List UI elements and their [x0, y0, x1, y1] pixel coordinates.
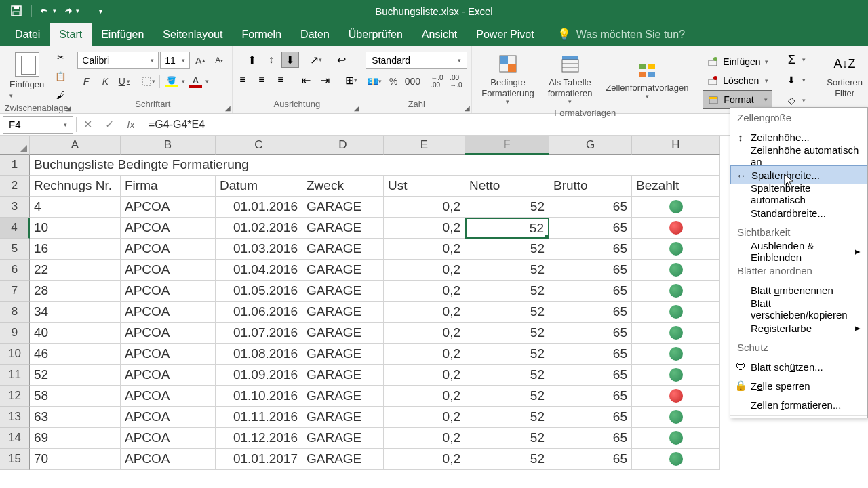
font-color-button[interactable]: A — [186, 73, 204, 89]
cell-F14[interactable]: 52 — [465, 428, 549, 449]
delete-cells-button[interactable]: Löschen▾ — [703, 71, 772, 90]
tab-einfuegen[interactable]: Einfügen — [92, 23, 153, 46]
cell-A6[interactable]: 22 — [30, 260, 121, 281]
cell-H14[interactable] — [632, 428, 720, 449]
header-cell[interactable]: Zweck — [302, 176, 384, 197]
format-painter-button[interactable]: 🖌 — [52, 87, 68, 103]
row-header-3[interactable]: 3 — [0, 197, 30, 218]
enter-formula-button[interactable]: ✓ — [98, 116, 120, 134]
tab-datei[interactable]: Datei — [5, 23, 50, 46]
align-left[interactable]: ≡ — [234, 72, 252, 88]
row-header-7[interactable]: 7 — [0, 281, 30, 302]
cell-F10[interactable]: 52 — [465, 344, 549, 365]
header-cell[interactable]: Netto — [465, 176, 549, 197]
cell-A15[interactable]: 70 — [30, 449, 121, 470]
cell-F11[interactable]: 52 — [465, 365, 549, 386]
align-middle[interactable]: ↕ — [262, 52, 280, 68]
cell-C11[interactable]: 01.09.2016 — [216, 365, 302, 386]
dropdown-item[interactable]: Standardbreite... — [730, 203, 867, 222]
bold-button[interactable]: F — [77, 73, 95, 89]
dropdown-item[interactable]: ↕Zeilenhöhe... — [730, 127, 867, 146]
header-cell[interactable]: Firma — [121, 176, 216, 197]
border-button[interactable]: ▾ — [139, 73, 157, 89]
cell-A14[interactable]: 69 — [30, 428, 121, 449]
dropdown-item[interactable]: Blatt umbenennen — [730, 281, 867, 300]
cell-C12[interactable]: 01.10.2016 — [216, 386, 302, 407]
comma-button[interactable]: 000 — [403, 73, 421, 89]
cell-E4[interactable]: 0,2 — [384, 218, 465, 239]
cell-A11[interactable]: 52 — [30, 365, 121, 386]
copy-button[interactable]: 📋 — [52, 68, 68, 84]
conditional-formatting-button[interactable]: Bedingte Formatierung▾ — [476, 49, 539, 108]
cell-D13[interactable]: GARAGE — [302, 407, 384, 428]
row-header-8[interactable]: 8 — [0, 302, 30, 323]
cell-H12[interactable] — [632, 386, 720, 407]
format-cells-button[interactable]: Format▾ — [703, 90, 772, 109]
row-header-13[interactable]: 13 — [0, 407, 30, 428]
row-header-15[interactable]: 15 — [0, 449, 30, 470]
undo-button[interactable]: ▾ — [36, 1, 58, 20]
cell-F4[interactable]: 52 — [465, 218, 549, 239]
tell-me-search[interactable]: 💡 Was möchten Sie tun? — [557, 28, 685, 46]
dropdown-item[interactable]: Blatt verschieben/kopieren — [730, 300, 867, 319]
alignment-launcher[interactable]: ◢ — [354, 104, 359, 112]
cell-E15[interactable]: 0,2 — [384, 449, 465, 470]
cell-C13[interactable]: 01.11.2016 — [216, 407, 302, 428]
cell-B8[interactable]: APCOA — [121, 302, 216, 323]
cell-G4[interactable]: 65 — [549, 218, 632, 239]
cell-C14[interactable]: 01.12.2016 — [216, 428, 302, 449]
cell-F5[interactable]: 52 — [465, 239, 549, 260]
font-name-combo[interactable]: Calibri▾ — [77, 52, 159, 69]
cell-B5[interactable]: APCOA — [121, 239, 216, 260]
cell-G9[interactable]: 65 — [549, 323, 632, 344]
underline-button[interactable]: U▾ — [115, 73, 133, 89]
cell-G12[interactable]: 65 — [549, 386, 632, 407]
cell-F6[interactable]: 52 — [465, 260, 549, 281]
cell-H3[interactable] — [632, 197, 720, 218]
cell-D3[interactable]: GARAGE — [302, 197, 384, 218]
dropdown-item[interactable]: Zellen formatieren... — [730, 395, 867, 414]
align-bottom[interactable]: ⬇ — [281, 52, 299, 68]
align-right[interactable]: ≡ — [272, 72, 290, 88]
indent-decrease[interactable]: ⇤ — [298, 72, 315, 88]
cell-G15[interactable]: 65 — [549, 449, 632, 470]
cell-B3[interactable]: APCOA — [121, 197, 216, 218]
cell-D12[interactable]: GARAGE — [302, 386, 384, 407]
cell-A9[interactable]: 40 — [30, 323, 121, 344]
cell-B12[interactable]: APCOA — [121, 386, 216, 407]
align-top[interactable]: ⬆ — [243, 52, 261, 68]
cell-A3[interactable]: 4 — [30, 197, 121, 218]
cell-A13[interactable]: 63 — [30, 407, 121, 428]
cell-G3[interactable]: 65 — [549, 197, 632, 218]
cell-F13[interactable]: 52 — [465, 407, 549, 428]
tab-ueberpruefen[interactable]: Überprüfen — [339, 23, 412, 46]
cell-E3[interactable]: 0,2 — [384, 197, 465, 218]
select-all-corner[interactable] — [0, 136, 30, 155]
cell-D5[interactable]: GARAGE — [302, 239, 384, 260]
header-cell[interactable]: Ust — [384, 176, 465, 197]
cell-G5[interactable]: 65 — [549, 239, 632, 260]
cell-F15[interactable]: 52 — [465, 449, 549, 470]
dropdown-item[interactable]: 🛡Blatt schützen... — [730, 357, 867, 376]
cell-C10[interactable]: 01.08.2016 — [216, 344, 302, 365]
cell-H4[interactable] — [632, 218, 720, 239]
redo-button[interactable]: ▾ — [59, 1, 81, 20]
cell-E13[interactable]: 0,2 — [384, 407, 465, 428]
fx-button[interactable]: fx — [120, 116, 142, 134]
fill-color-button[interactable]: 🪣 — [163, 73, 180, 89]
cell-F12[interactable]: 52 — [465, 386, 549, 407]
save-button[interactable] — [5, 1, 27, 20]
row-header-1[interactable]: 1 — [0, 155, 30, 176]
grow-font-button[interactable]: A▴ — [191, 52, 209, 68]
cell-F3[interactable]: 52 — [465, 197, 549, 218]
autosum-button[interactable]: Σ▾ — [785, 50, 808, 69]
align-center[interactable]: ≡ — [253, 72, 271, 88]
cell-E6[interactable]: 0,2 — [384, 260, 465, 281]
row-header-5[interactable]: 5 — [0, 239, 30, 260]
cell-B13[interactable]: APCOA — [121, 407, 216, 428]
cell-H8[interactable] — [632, 302, 720, 323]
cell-B9[interactable]: APCOA — [121, 323, 216, 344]
cell-B10[interactable]: APCOA — [121, 344, 216, 365]
cell-B11[interactable]: APCOA — [121, 365, 216, 386]
format-as-table-button[interactable]: Als Tabelle formatieren▾ — [542, 49, 598, 108]
